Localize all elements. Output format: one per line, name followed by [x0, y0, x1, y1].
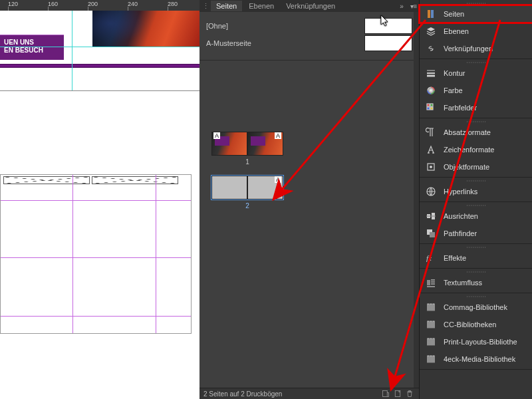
master-badge: A [275, 176, 281, 183]
seiten-icon [425, 8, 437, 20]
svg-rect-8 [427, 104, 430, 106]
dock-item-effekte[interactable]: fxEffekte [420, 249, 532, 267]
svg-rect-9 [430, 104, 433, 106]
horizontal-ruler[interactable]: 120 160 200 240 280 [0, 0, 200, 11]
effekte-icon: fx [425, 252, 437, 264]
guide-horizontal[interactable] [1, 257, 191, 258]
page-thumbnail[interactable]: A [247, 132, 283, 156]
dock-item-commag-bib[interactable]: Commag-Bibliothek [420, 299, 532, 316]
page-spreads-section: A A 1 A 2 [200, 126, 419, 388]
dock-item-4eck-bib[interactable]: 4eck-Media-Bibliothek [420, 350, 532, 368]
ruler-tick: 280 [168, 0, 178, 11]
banner-box: UEN UNS EN BESUCH [0, 35, 64, 60]
dock-item-cc-bib[interactable]: CC-Bibliotheken [420, 316, 532, 333]
spread-row[interactable]: A 2 [211, 176, 283, 209]
dock-item-pathfinder[interactable]: Pathfinder [420, 225, 532, 242]
tab-ebenen[interactable]: Ebenen [243, 1, 279, 11]
dock-item-label: Zeichenformate [444, 146, 494, 154]
master-pages-section: [Ohne] A-Musterseite [200, 12, 419, 57]
master-thumbnail[interactable] [364, 35, 412, 51]
dock-item-label: Commag-Bibliothek [444, 303, 507, 311]
guide-vertical[interactable] [72, 175, 73, 333]
dock-item-seiten[interactable]: Seiten [420, 5, 532, 23]
tab-verknuepfungen[interactable]: Verknüpfungen [281, 1, 340, 11]
dock-item-ausrichten[interactable]: Ausrichten [420, 207, 532, 225]
dock-item-objektformate[interactable]: Objektformate [420, 158, 532, 176]
dock-item-absatzformate[interactable]: Absatzformate [420, 124, 532, 141]
dock-item-label: Textumfluss [444, 279, 482, 287]
dock-item-textumfluss[interactable]: Textumfluss [420, 274, 532, 291]
svg-rect-21 [430, 232, 435, 237]
dock-item-label: Effekte [444, 254, 466, 262]
page-layout-1: UEN UNS EN BESUCH [0, 11, 200, 91]
page-layout-2 [0, 174, 192, 334]
dock-item-label: CC-Bibliotheken [444, 321, 496, 329]
ruler-tick: 160 [48, 0, 58, 11]
master-thumbnail[interactable] [364, 18, 412, 34]
delete-page-icon[interactable] [404, 389, 415, 398]
textumfluss-icon [425, 277, 437, 289]
tab-seiten[interactable]: Seiten [211, 1, 242, 11]
master-row[interactable]: [Ohne] [206, 17, 412, 35]
dock-item-hyperlinks[interactable]: Hyperlinks [420, 183, 532, 200]
guide-vertical[interactable] [156, 175, 156, 333]
guide-horizontal[interactable] [1, 316, 191, 317]
pathfinder-icon [425, 227, 437, 239]
ruler-tick: 120 [8, 0, 18, 11]
ebenen-icon [425, 25, 437, 37]
panel-grip-icon[interactable]: ⋮ [202, 2, 209, 11]
svg-rect-23 [427, 280, 430, 285]
banner-line: EN BESUCH [4, 47, 60, 55]
page-thumbnail[interactable] [211, 176, 247, 200]
dock-item-label: Verknüpfungen [444, 45, 493, 53]
dock-item-label: Ausrichten [444, 212, 478, 220]
absatzformate-icon [425, 126, 437, 138]
hero-image [92, 7, 200, 47]
dock-item-farbe[interactable]: Farbe [420, 82, 532, 99]
pages-panel: ⋮ Seiten Ebenen Verknüpfungen » ▾≡ [Ohne… [200, 0, 419, 399]
panel-menu-icon[interactable]: ▾≡ [408, 3, 419, 10]
objektformate-icon [425, 161, 437, 173]
empty-image-frames [3, 176, 188, 183]
dock-item-label: Kontur [444, 69, 465, 77]
guide-horizontal[interactable] [0, 47, 200, 47]
svg-rect-11 [430, 107, 433, 110]
ruler-tick: 240 [128, 0, 138, 11]
dock-item-ebenen[interactable]: Ebenen [420, 23, 532, 40]
document-canvas[interactable]: UEN UNS EN BESUCH [0, 11, 200, 399]
panel-divider[interactable] [200, 60, 419, 61]
panel-footer: 2 Seiten auf 2 Druckbögen [200, 388, 419, 399]
guide-vertical[interactable] [72, 11, 72, 90]
panel-dock: SeitenEbenenVerknüpfungenKonturFarbeFarb… [419, 0, 532, 399]
page-thumbnail[interactable]: A [211, 132, 247, 156]
guide-horizontal[interactable] [1, 200, 191, 201]
master-badge: A [275, 132, 281, 139]
master-row[interactable]: A-Musterseite [206, 35, 412, 52]
svg-rect-2 [428, 10, 430, 18]
dock-item-verknuepfungen[interactable]: Verknüpfungen [420, 40, 532, 57]
farbfelder-icon [425, 102, 437, 114]
svg-text:fx: fx [426, 254, 432, 262]
svg-rect-0 [383, 391, 388, 397]
svg-rect-3 [431, 10, 434, 18]
verknuepfungen-icon [425, 43, 437, 55]
hyperlinks-icon [425, 186, 437, 198]
spread-row[interactable]: A A 1 [211, 132, 283, 166]
dock-item-label: Objektformate [444, 163, 489, 171]
page-number-label: 2 [211, 202, 283, 209]
panel-collapse-icon[interactable]: » [396, 3, 407, 10]
dock-item-label: Print-Layouts-Bibliothe [444, 338, 517, 346]
page-thumbnail[interactable]: A [247, 176, 283, 200]
dock-item-print-bib[interactable]: Print-Layouts-Bibliothe [420, 333, 532, 350]
kontur-icon [425, 67, 437, 79]
dock-item-kontur[interactable]: Kontur [420, 65, 532, 82]
edit-page-size-icon[interactable] [380, 389, 391, 398]
dock-item-zeichenformate[interactable]: Zeichenformate [420, 141, 532, 158]
ruler-tick: 200 [88, 0, 98, 11]
panel-scrollbar[interactable] [414, 12, 419, 388]
ausrichten-icon [425, 210, 437, 222]
dock-item-farbfelder[interactable]: Farbfelder [420, 99, 532, 116]
dock-item-label: Ebenen [444, 27, 469, 35]
new-page-icon[interactable] [392, 389, 403, 398]
4eck-bib-icon [425, 353, 437, 365]
